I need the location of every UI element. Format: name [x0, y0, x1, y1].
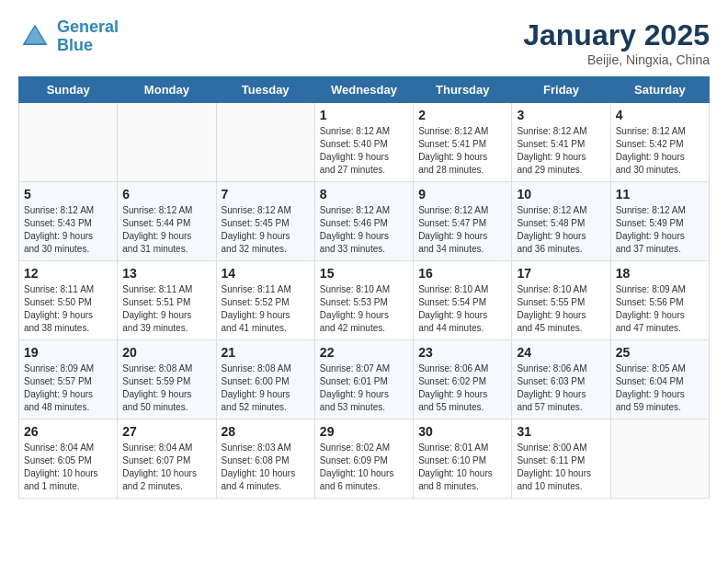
- calendar-cell-w1-d3: 1Sunrise: 8:12 AM Sunset: 5:40 PM Daylig…: [314, 103, 413, 182]
- day-info: Sunrise: 8:03 AM Sunset: 6:08 PM Dayligh…: [222, 442, 310, 493]
- day-info: Sunrise: 8:11 AM Sunset: 5:51 PM Dayligh…: [122, 283, 210, 335]
- day-number: 2: [418, 108, 506, 122]
- logo-line1: General: [57, 17, 119, 36]
- title-area: January 2025 Beijie, Ningxia, China: [523, 18, 710, 67]
- day-number: 7: [222, 187, 310, 201]
- day-number: 28: [222, 424, 310, 439]
- col-tuesday: Tuesday: [216, 77, 314, 103]
- day-number: 17: [517, 266, 605, 281]
- calendar-cell-w1-d0: [19, 103, 118, 182]
- day-info: Sunrise: 8:04 AM Sunset: 6:07 PM Dayligh…: [122, 442, 210, 493]
- day-number: 4: [616, 108, 704, 122]
- day-number: 5: [24, 187, 112, 201]
- day-info: Sunrise: 8:12 AM Sunset: 5:41 PM Dayligh…: [517, 125, 605, 177]
- col-saturday: Saturday: [610, 77, 709, 103]
- calendar-table: Sunday Monday Tuesday Wednesday Thursday…: [18, 76, 710, 499]
- day-number: 6: [122, 187, 210, 201]
- calendar-cell-w4-d5: 24Sunrise: 8:06 AM Sunset: 6:03 PM Dayli…: [512, 340, 610, 419]
- calendar-cell-w5-d0: 26Sunrise: 8:04 AM Sunset: 6:05 PM Dayli…: [19, 419, 118, 499]
- calendar-cell-w3-d6: 18Sunrise: 8:09 AM Sunset: 5:56 PM Dayli…: [610, 261, 709, 340]
- calendar-cell-w4-d2: 21Sunrise: 8:08 AM Sunset: 6:00 PM Dayli…: [216, 340, 314, 419]
- calendar-cell-w4-d3: 22Sunrise: 8:07 AM Sunset: 6:01 PM Dayli…: [314, 340, 413, 419]
- day-number: 18: [616, 266, 704, 281]
- calendar-cell-w3-d2: 14Sunrise: 8:11 AM Sunset: 5:52 PM Dayli…: [216, 261, 314, 340]
- day-info: Sunrise: 8:08 AM Sunset: 5:59 PM Dayligh…: [122, 362, 210, 414]
- day-number: 25: [616, 345, 704, 360]
- day-info: Sunrise: 8:12 AM Sunset: 5:45 PM Dayligh…: [222, 204, 310, 256]
- day-number: 8: [320, 187, 408, 201]
- calendar-cell-w1-d1: [118, 103, 216, 182]
- day-info: Sunrise: 8:12 AM Sunset: 5:40 PM Dayligh…: [320, 125, 408, 177]
- calendar-cell-w1-d6: 4Sunrise: 8:12 AM Sunset: 5:42 PM Daylig…: [610, 103, 709, 182]
- calendar-cell-w5-d5: 31Sunrise: 8:00 AM Sunset: 6:11 PM Dayli…: [512, 419, 610, 499]
- calendar-cell-w3-d4: 16Sunrise: 8:10 AM Sunset: 5:54 PM Dayli…: [414, 261, 512, 340]
- calendar-cell-w2-d4: 9Sunrise: 8:12 AM Sunset: 5:47 PM Daylig…: [414, 182, 512, 261]
- day-info: Sunrise: 8:07 AM Sunset: 6:01 PM Dayligh…: [320, 362, 408, 414]
- week-row-3: 12Sunrise: 8:11 AM Sunset: 5:50 PM Dayli…: [19, 261, 710, 340]
- day-number: 26: [24, 424, 112, 439]
- day-info: Sunrise: 8:12 AM Sunset: 5:42 PM Dayligh…: [616, 125, 704, 177]
- col-monday: Monday: [118, 77, 216, 103]
- calendar-cell-w4-d6: 25Sunrise: 8:05 AM Sunset: 6:04 PM Dayli…: [610, 340, 709, 419]
- logo-line2: Blue: [57, 36, 93, 54]
- calendar-cell-w5-d4: 30Sunrise: 8:01 AM Sunset: 6:10 PM Dayli…: [414, 419, 512, 499]
- calendar-cell-w5-d2: 28Sunrise: 8:03 AM Sunset: 6:08 PM Dayli…: [216, 419, 314, 499]
- calendar-cell-w4-d1: 20Sunrise: 8:08 AM Sunset: 5:59 PM Dayli…: [118, 340, 216, 419]
- svg-marker-1: [25, 27, 45, 43]
- col-wednesday: Wednesday: [314, 77, 413, 103]
- calendar-cell-w2-d0: 5Sunrise: 8:12 AM Sunset: 5:43 PM Daylig…: [19, 182, 118, 261]
- day-info: Sunrise: 8:06 AM Sunset: 6:03 PM Dayligh…: [517, 362, 605, 414]
- day-info: Sunrise: 8:12 AM Sunset: 5:43 PM Dayligh…: [24, 204, 112, 256]
- day-info: Sunrise: 8:08 AM Sunset: 6:00 PM Dayligh…: [222, 362, 310, 414]
- day-info: Sunrise: 8:06 AM Sunset: 6:02 PM Dayligh…: [418, 362, 506, 414]
- day-number: 21: [222, 345, 310, 360]
- day-info: Sunrise: 8:12 AM Sunset: 5:41 PM Dayligh…: [418, 125, 506, 177]
- calendar-cell-w3-d0: 12Sunrise: 8:11 AM Sunset: 5:50 PM Dayli…: [19, 261, 118, 340]
- week-row-4: 19Sunrise: 8:09 AM Sunset: 5:57 PM Dayli…: [19, 340, 710, 419]
- day-number: 22: [320, 345, 408, 360]
- day-number: 27: [122, 424, 210, 439]
- calendar-cell-w4-d4: 23Sunrise: 8:06 AM Sunset: 6:02 PM Dayli…: [414, 340, 512, 419]
- day-info: Sunrise: 8:12 AM Sunset: 5:47 PM Dayligh…: [418, 204, 506, 256]
- week-row-2: 5Sunrise: 8:12 AM Sunset: 5:43 PM Daylig…: [19, 182, 710, 261]
- day-number: 1: [320, 108, 408, 122]
- calendar-header-row: Sunday Monday Tuesday Wednesday Thursday…: [19, 77, 710, 103]
- calendar-cell-w2-d2: 7Sunrise: 8:12 AM Sunset: 5:45 PM Daylig…: [216, 182, 314, 261]
- day-info: Sunrise: 8:02 AM Sunset: 6:09 PM Dayligh…: [320, 442, 408, 493]
- day-info: Sunrise: 8:11 AM Sunset: 5:52 PM Dayligh…: [222, 283, 310, 335]
- calendar-cell-w5-d1: 27Sunrise: 8:04 AM Sunset: 6:07 PM Dayli…: [118, 419, 216, 499]
- day-number: 13: [122, 266, 210, 281]
- col-friday: Friday: [512, 77, 610, 103]
- calendar-cell-w2-d5: 10Sunrise: 8:12 AM Sunset: 5:48 PM Dayli…: [512, 182, 610, 261]
- day-info: Sunrise: 8:01 AM Sunset: 6:10 PM Dayligh…: [418, 442, 506, 493]
- calendar-cell-w3-d5: 17Sunrise: 8:10 AM Sunset: 5:55 PM Dayli…: [512, 261, 610, 340]
- calendar-cell-w2-d1: 6Sunrise: 8:12 AM Sunset: 5:44 PM Daylig…: [118, 182, 216, 261]
- day-info: Sunrise: 8:09 AM Sunset: 5:57 PM Dayligh…: [24, 362, 112, 414]
- day-number: 12: [24, 266, 112, 281]
- calendar-subtitle: Beijie, Ningxia, China: [523, 52, 710, 67]
- calendar-cell-w1-d4: 2Sunrise: 8:12 AM Sunset: 5:41 PM Daylig…: [414, 103, 512, 182]
- day-info: Sunrise: 8:05 AM Sunset: 6:04 PM Dayligh…: [616, 362, 704, 414]
- day-number: 9: [418, 187, 506, 201]
- day-number: 16: [418, 266, 506, 281]
- day-number: 31: [517, 424, 605, 439]
- logo-icon: [18, 20, 51, 53]
- day-number: 15: [320, 266, 408, 281]
- calendar-cell-w2-d3: 8Sunrise: 8:12 AM Sunset: 5:46 PM Daylig…: [314, 182, 413, 261]
- day-info: Sunrise: 8:10 AM Sunset: 5:53 PM Dayligh…: [320, 283, 408, 335]
- col-thursday: Thursday: [414, 77, 512, 103]
- logo: General Blue: [18, 18, 119, 55]
- day-info: Sunrise: 8:12 AM Sunset: 5:48 PM Dayligh…: [517, 204, 605, 256]
- day-number: 20: [122, 345, 210, 360]
- day-number: 24: [517, 345, 605, 360]
- day-info: Sunrise: 8:11 AM Sunset: 5:50 PM Dayligh…: [24, 283, 112, 335]
- col-sunday: Sunday: [19, 77, 118, 103]
- day-number: 11: [616, 187, 704, 201]
- day-number: 14: [222, 266, 310, 281]
- page-header: General Blue January 2025 Beijie, Ningxi…: [18, 18, 710, 67]
- week-row-5: 26Sunrise: 8:04 AM Sunset: 6:05 PM Dayli…: [19, 419, 710, 499]
- day-info: Sunrise: 8:12 AM Sunset: 5:49 PM Dayligh…: [616, 204, 704, 256]
- day-number: 3: [517, 108, 605, 122]
- day-info: Sunrise: 8:12 AM Sunset: 5:44 PM Dayligh…: [122, 204, 210, 256]
- calendar-cell-w1-d5: 3Sunrise: 8:12 AM Sunset: 5:41 PM Daylig…: [512, 103, 610, 182]
